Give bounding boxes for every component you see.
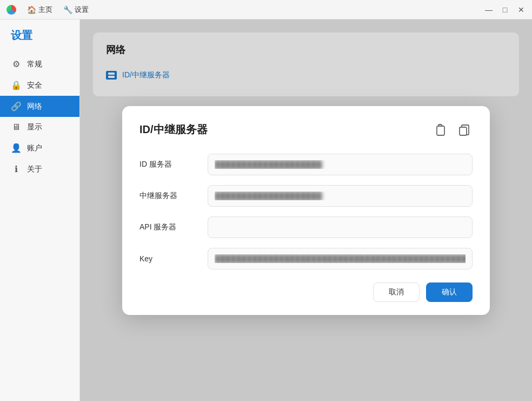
network-icon: 🔗	[11, 101, 22, 111]
sidebar-item-label: 网络	[27, 102, 42, 111]
nav-home-label: 主页	[38, 5, 52, 15]
app-logo-icon	[6, 5, 16, 15]
dialog-overlay: ID/中继服务器	[80, 19, 532, 401]
lock-icon: 🔒	[11, 80, 22, 90]
dialog-header-actions	[431, 121, 473, 139]
relay-server-input[interactable]	[208, 185, 473, 207]
gear-icon: ⚙	[11, 59, 22, 69]
sidebar-item-label: 常规	[27, 60, 42, 69]
sidebar: 设置 ⚙ 常规 🔒 安全 🔗 网络 🖥 显示 👤 账户 ℹ 关于	[0, 19, 80, 401]
dialog-footer: 取消 确认	[139, 282, 473, 302]
sidebar-item-account[interactable]: 👤 账户	[0, 137, 79, 159]
api-server-row: API 服务器	[139, 216, 473, 238]
key-input[interactable]	[208, 248, 473, 269]
info-icon: ℹ	[11, 164, 22, 174]
sidebar-item-security[interactable]: 🔒 安全	[0, 75, 79, 96]
nav-settings-label: 设置	[75, 5, 89, 15]
confirm-button[interactable]: 确认	[426, 282, 473, 302]
titlebar-nav: 🏠 主页 🔧 设置	[27, 5, 89, 15]
relay-server-label: 中继服务器	[139, 191, 199, 201]
sidebar-item-general[interactable]: ⚙ 常规	[0, 54, 79, 75]
svg-rect-3	[460, 127, 467, 135]
relay-server-row: 中继服务器	[139, 185, 473, 207]
sidebar-item-label: 安全	[27, 81, 42, 90]
maximize-button[interactable]: □	[501, 5, 509, 14]
dialog-header: ID/中继服务器	[139, 121, 473, 139]
user-icon: 👤	[11, 143, 22, 153]
dialog: ID/中继服务器	[122, 106, 490, 315]
key-label: Key	[139, 254, 199, 263]
paste-button[interactable]	[431, 121, 449, 139]
minimize-button[interactable]: —	[484, 5, 493, 14]
svg-rect-2	[437, 126, 444, 135]
sidebar-item-label: 显示	[27, 122, 42, 132]
id-server-label: ID 服务器	[139, 160, 199, 169]
app-body: 设置 ⚙ 常规 🔒 安全 🔗 网络 🖥 显示 👤 账户 ℹ 关于 网络	[0, 19, 532, 401]
dialog-title: ID/中继服务器	[139, 122, 208, 137]
sidebar-item-label: 关于	[27, 165, 42, 174]
sidebar-item-display[interactable]: 🖥 显示	[0, 117, 79, 137]
nav-home[interactable]: 🏠 主页	[27, 5, 52, 15]
close-button[interactable]: ✕	[517, 5, 526, 14]
api-server-input[interactable]	[208, 216, 473, 238]
cancel-button[interactable]: 取消	[373, 282, 420, 302]
key-row: Key	[139, 248, 473, 269]
window-controls: — □ ✕	[484, 5, 526, 14]
id-server-input[interactable]	[208, 154, 473, 175]
sidebar-item-label: 账户	[27, 143, 42, 153]
main-content: 网络 ID/中继服务器 ID/中继服务器	[80, 19, 532, 401]
sidebar-item-network[interactable]: 🔗 网络	[0, 96, 79, 117]
id-server-row: ID 服务器	[139, 154, 473, 175]
sidebar-item-about[interactable]: ℹ 关于	[0, 159, 79, 180]
copy-button[interactable]	[455, 121, 473, 139]
display-icon: 🖥	[11, 122, 22, 132]
home-icon: 🏠	[27, 5, 36, 14]
sidebar-title: 设置	[0, 28, 79, 54]
settings-icon: 🔧	[63, 5, 72, 14]
nav-settings[interactable]: 🔧 设置	[63, 5, 89, 15]
titlebar: 🏠 主页 🔧 设置 — □ ✕	[0, 0, 532, 19]
api-server-label: API 服务器	[139, 222, 199, 232]
